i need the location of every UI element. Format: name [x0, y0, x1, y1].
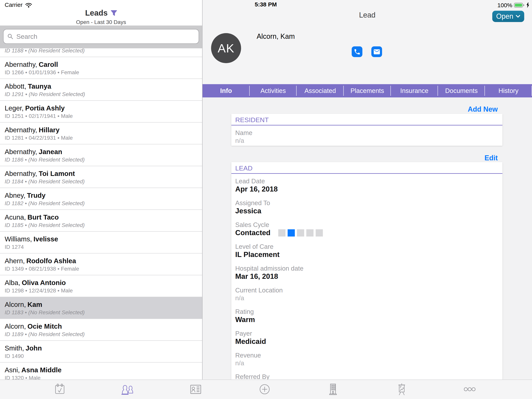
lead-list-item[interactable]: Abney,Trudy ID 1182 • (No Resident Selec… [0, 188, 202, 210]
lead-list-item[interactable]: Asni,Asna Middle ID 1320 • Male [0, 363, 202, 380]
lead-list-item[interactable]: Abbott,Taunya ID 1291 • (No Resident Sel… [0, 79, 202, 101]
field-label: Hospital admission date [235, 264, 499, 272]
lead-sub-info: ID 1320 • Male [5, 375, 197, 380]
avatar: AK [211, 33, 241, 63]
sales-cycle-progress [278, 229, 323, 237]
field-assigned-to: Assigned To Jessica [235, 199, 499, 215]
lead-first-name: Trudy [27, 192, 45, 199]
tab-associated[interactable]: Associated [297, 84, 344, 97]
tab-label: Associated [304, 87, 336, 95]
lead-name: Alcorn,Ocie Mitch [5, 322, 197, 331]
bottom-tab-reports[interactable] [395, 383, 408, 395]
bottom-tab-bar [0, 380, 532, 399]
lead-first-name: Toi Lamont [39, 170, 75, 177]
lead-list-item[interactable]: Alba,Oliva Antonio ID 1298 • 12/24/1928 … [0, 275, 202, 297]
sales-cycle-segment [288, 229, 295, 237]
lead-list-item[interactable]: Alcorn,Ocie Mitch ID 1189 • (No Resident… [0, 319, 202, 341]
lead-first-name: Asna Middle [21, 366, 62, 374]
lead-sub-info: ID 1274 [5, 244, 197, 250]
lead-sub-info: ID 1189 • (No Resident Selected) [5, 331, 197, 338]
field-current-location: Current Location n/a [235, 286, 499, 302]
field-name: Name n/a [235, 129, 499, 145]
chevron-down-icon [516, 15, 520, 18]
field-value: n/a [235, 294, 244, 302]
phone-icon [354, 48, 361, 55]
add-new-link[interactable]: Add New [468, 105, 498, 113]
bottom-tab-leads[interactable] [121, 383, 134, 395]
contact-card-icon [190, 383, 202, 395]
lead-name: Acuna,Burt Taco [5, 213, 197, 221]
field-value: Warm [235, 316, 255, 324]
tab-history[interactable]: History [485, 84, 532, 97]
lead-list-item[interactable]: Abernathy,Janean ID 1186 • (No Resident … [0, 144, 202, 166]
tab-documents[interactable]: Documents [438, 84, 485, 97]
lead-first-name: Caroll [39, 61, 58, 68]
lead-list[interactable]: ID 1188 • (No Resident Selected) Abernat… [0, 48, 202, 380]
email-button[interactable] [371, 46, 382, 57]
lead-first-name: Kam [27, 301, 42, 308]
lead-first-name: Janean [39, 148, 62, 155]
lead-list-item[interactable]: Abernathy,Toi Lamont ID 1184 • (No Resid… [0, 166, 202, 188]
resident-section-header: RESIDENT [231, 114, 502, 124]
lead-list-item-selected[interactable]: Alcorn,Kam ID 1183 • (No Resident Select… [0, 297, 202, 319]
tab-placements[interactable]: Placements [344, 84, 391, 97]
lead-list-item[interactable]: Abernathy,Hillary ID 1281 • 04/22/1931 •… [0, 122, 202, 144]
lead-sub-info: ID 1182 • (No Resident Selected) [5, 200, 197, 207]
lead-name: Smith,John [5, 344, 197, 353]
lead-last-name: Smith, [5, 344, 24, 352]
lead-list-item[interactable]: Leger,Portia Ashly ID 1251 • 02/17/1941 … [0, 101, 202, 122]
lead-name: Abernathy,Toi Lamont [5, 169, 197, 178]
lead-list-item[interactable]: Ahern,Rodolfo Ashlea ID 1349 • 08/21/193… [0, 253, 202, 275]
field-lead-date: Lead Date Apr 16, 2018 [235, 177, 499, 193]
field-label: Lead Date [235, 177, 499, 185]
detail-content: Add New RESIDENT Name n/a Edit LEAD Lead… [203, 97, 532, 380]
field-referred-by: Referred By [235, 373, 499, 380]
lead-sub-info: ID 1188 • (No Resident Selected) [5, 48, 197, 54]
lead-list-item[interactable]: Acuna,Burt Taco ID 1185 • (No Resident S… [0, 210, 202, 232]
field-label: Level of Care [235, 243, 499, 251]
search-field[interactable] [3, 29, 199, 44]
app: Carrier Leads Open - Last 30 Days [0, 0, 532, 399]
field-rating: Rating Warm [235, 308, 499, 324]
field-label: Assigned To [235, 199, 499, 207]
edit-link[interactable]: Edit [484, 154, 498, 162]
lead-list-item[interactable]: ID 1188 • (No Resident Selected) [0, 48, 202, 57]
call-button[interactable] [352, 46, 362, 57]
lead-last-name: Abbott, [5, 82, 26, 90]
lead-last-name: Ahern, [5, 257, 25, 264]
lead-list-item[interactable]: Smith,John ID 1490 [0, 341, 202, 363]
lead-sub-info: ID 1185 • (No Resident Selected) [5, 222, 197, 229]
tab-label: Documents [445, 87, 478, 95]
lead-last-name: Alcorn, [5, 301, 26, 308]
resident-fields: Name n/a [231, 125, 502, 145]
lead-sub-info: ID 1291 • (No Resident Selected) [5, 91, 197, 98]
lead-list-item[interactable]: Abernathy,Caroll ID 1266 • 01/01/1936 • … [0, 57, 202, 79]
tab-label: History [499, 87, 519, 95]
lead-list-item[interactable]: Williams,Ivelisse ID 1274 [0, 232, 202, 253]
bottom-tab-facilities[interactable] [327, 383, 339, 395]
open-status-button[interactable]: Open [492, 11, 524, 22]
email-icon [373, 48, 380, 56]
tab-info[interactable]: Info [203, 84, 250, 97]
bottom-tab-more[interactable] [463, 383, 476, 395]
bottom-tab-schedule[interactable] [54, 383, 66, 395]
lead-name: Asni,Asna Middle [5, 366, 197, 374]
search-input[interactable] [16, 32, 195, 40]
lead-sub-info: ID 1183 • (No Resident Selected) [5, 309, 197, 316]
lead-name: Leger,Portia Ashly [5, 104, 197, 112]
bottom-tab-contacts[interactable] [190, 383, 202, 395]
lead-person-name: Alcorn, Kam [257, 32, 295, 40]
bottom-tab-add[interactable] [258, 383, 271, 395]
lead-first-name: Hillary [39, 126, 60, 134]
filter-funnel-icon[interactable] [111, 10, 117, 16]
lead-name: Ahern,Rodolfo Ashlea [5, 257, 197, 265]
lead-last-name: Leger, [5, 104, 24, 112]
tab-insurance[interactable]: Insurance [391, 84, 438, 97]
charging-bolt-icon [526, 3, 529, 8]
field-value: Medicaid [235, 337, 266, 346]
field-value: Jessica [235, 207, 261, 215]
calendar-check-icon [54, 383, 66, 395]
tab-activities[interactable]: Activities [250, 84, 297, 97]
battery-percent: 100% [497, 2, 512, 9]
field-value: IL Placement [235, 251, 280, 259]
